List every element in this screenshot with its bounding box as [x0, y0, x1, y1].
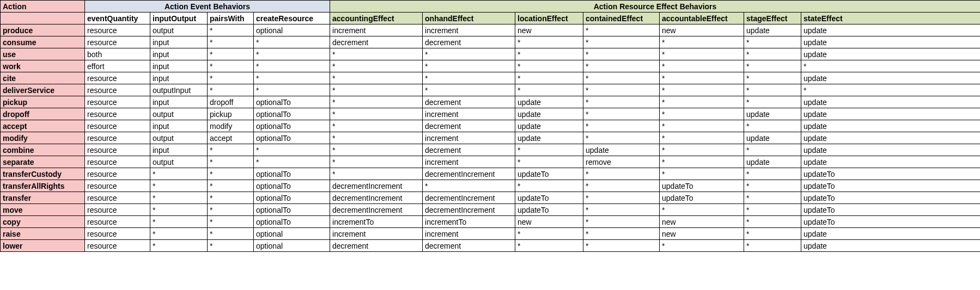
sub-accountableEffect: accountableEffect: [660, 13, 744, 24]
sub-inputOutput: inputOutput: [150, 13, 208, 24]
cell-inputOutput: output: [150, 108, 208, 120]
cell-containedEffect: *: [583, 96, 660, 108]
row-name: produce: [1, 24, 85, 36]
table-row: produceresourceoutput*optionalincrementi…: [1, 24, 981, 36]
cell-accountingEffect: *: [330, 84, 423, 96]
row-name: lower: [1, 240, 85, 252]
cell-containedEffect: *: [583, 48, 660, 60]
cell-accountableEffect: *: [660, 36, 744, 48]
cell-onhandEffect: decrementIncrement: [423, 204, 515, 216]
cell-createResource: optionalTo: [254, 120, 330, 132]
cell-stateEffect: update: [801, 144, 980, 156]
cell-createResource: optionalTo: [254, 168, 330, 180]
table-row: acceptresourceinputmodifyoptionalTo*decr…: [1, 120, 981, 132]
cell-stateEffect: update: [801, 108, 980, 120]
cell-eventQuantity: resource: [85, 24, 150, 36]
cell-accountableEffect: *: [660, 120, 744, 132]
row-name: move: [1, 204, 85, 216]
table-row: workeffortinput*********: [1, 60, 981, 72]
group-event-behaviors: Action Event Behaviors: [85, 1, 330, 13]
table-row: citeresourceinput********update: [1, 72, 981, 84]
cell-eventQuantity: resource: [85, 192, 150, 204]
cell-createResource: *: [254, 60, 330, 72]
cell-accountableEffect: updateTo: [660, 192, 744, 204]
cell-stateEffect: update: [801, 72, 980, 84]
cell-eventQuantity: resource: [85, 84, 150, 96]
sub-onhandEffect: onhandEffect: [423, 13, 515, 24]
row-name: separate: [1, 156, 85, 168]
cell-locationEffect: new: [515, 216, 583, 228]
cell-containedEffect: *: [583, 168, 660, 180]
cell-locationEffect: updateTo: [515, 168, 583, 180]
cell-stageEffect: *: [744, 144, 801, 156]
cell-stageEffect: *: [744, 60, 801, 72]
cell-accountableEffect: *: [660, 168, 744, 180]
cell-createResource: *: [254, 48, 330, 60]
cell-containedEffect: *: [583, 72, 660, 84]
cell-inputOutput: output: [150, 132, 208, 144]
cell-eventQuantity: both: [85, 48, 150, 60]
table-row: combineresourceinput***decrement*update*…: [1, 144, 981, 156]
cell-pairsWith: *: [208, 204, 254, 216]
table-row: deliverServiceresourceoutputInput*******…: [1, 84, 981, 96]
cell-accountingEffect: *: [330, 156, 423, 168]
cell-stateEffect: update: [801, 120, 980, 132]
cell-pairsWith: *: [208, 36, 254, 48]
cell-containedEffect: *: [583, 216, 660, 228]
cell-stateEffect: update: [801, 156, 980, 168]
cell-accountingEffect: decrement: [330, 36, 423, 48]
cell-eventQuantity: resource: [85, 240, 150, 252]
cell-accountingEffect: increment: [330, 228, 423, 240]
cell-stageEffect: *: [744, 120, 801, 132]
cell-pairsWith: *: [208, 156, 254, 168]
cell-accountingEffect: *: [330, 108, 423, 120]
cell-stateEffect: update: [801, 48, 980, 60]
cell-stageEffect: update: [744, 108, 801, 120]
cell-stateEffect: updateTo: [801, 180, 980, 192]
cell-locationEffect: update: [515, 132, 583, 144]
cell-accountingEffect: *: [330, 96, 423, 108]
cell-containedEffect: *: [583, 240, 660, 252]
cell-stateEffect: update: [801, 36, 980, 48]
cell-onhandEffect: increment: [423, 132, 515, 144]
cell-stageEffect: *: [744, 204, 801, 216]
cell-inputOutput: input: [150, 60, 208, 72]
cell-createResource: optionalTo: [254, 108, 330, 120]
table-row: copyresource**optionalToincrementToincre…: [1, 216, 981, 228]
sub-pairsWith: pairsWith: [208, 13, 254, 24]
cell-stateEffect: update: [801, 240, 980, 252]
cell-stageEffect: update: [744, 24, 801, 36]
sub-containedEffect: containedEffect: [583, 13, 660, 24]
cell-stateEffect: update: [801, 24, 980, 36]
cell-locationEffect: *: [515, 48, 583, 60]
cell-createResource: *: [254, 144, 330, 156]
group-resource-behaviors: Action Resource Effect Behaviors: [330, 1, 980, 13]
cell-accountingEffect: decrementIncrement: [330, 180, 423, 192]
table-row: lowerresource**optionaldecrementdecremen…: [1, 240, 981, 252]
sub-eventQuantity: eventQuantity: [85, 13, 150, 24]
col-action: Action: [1, 1, 85, 13]
cell-stageEffect: *: [744, 240, 801, 252]
row-name: pickup: [1, 96, 85, 108]
cell-eventQuantity: effort: [85, 60, 150, 72]
action-behaviors-table: Action Action Event Behaviors Action Res…: [0, 0, 980, 252]
cell-eventQuantity: resource: [85, 216, 150, 228]
cell-onhandEffect: decrement: [423, 36, 515, 48]
cell-inputOutput: *: [150, 240, 208, 252]
cell-eventQuantity: resource: [85, 132, 150, 144]
cell-containedEffect: *: [583, 108, 660, 120]
sub-stageEffect: stageEffect: [744, 13, 801, 24]
cell-locationEffect: *: [515, 228, 583, 240]
cell-accountingEffect: *: [330, 144, 423, 156]
cell-stageEffect: *: [744, 168, 801, 180]
cell-accountableEffect: *: [660, 72, 744, 84]
cell-locationEffect: update: [515, 96, 583, 108]
cell-pairsWith: *: [208, 192, 254, 204]
cell-onhandEffect: *: [423, 180, 515, 192]
cell-pairsWith: *: [208, 48, 254, 60]
cell-containedEffect: *: [583, 60, 660, 72]
cell-accountableEffect: *: [660, 204, 744, 216]
cell-pairsWith: *: [208, 228, 254, 240]
cell-locationEffect: *: [515, 60, 583, 72]
table-row: pickupresourceinputdropoffoptionalTo*dec…: [1, 96, 981, 108]
